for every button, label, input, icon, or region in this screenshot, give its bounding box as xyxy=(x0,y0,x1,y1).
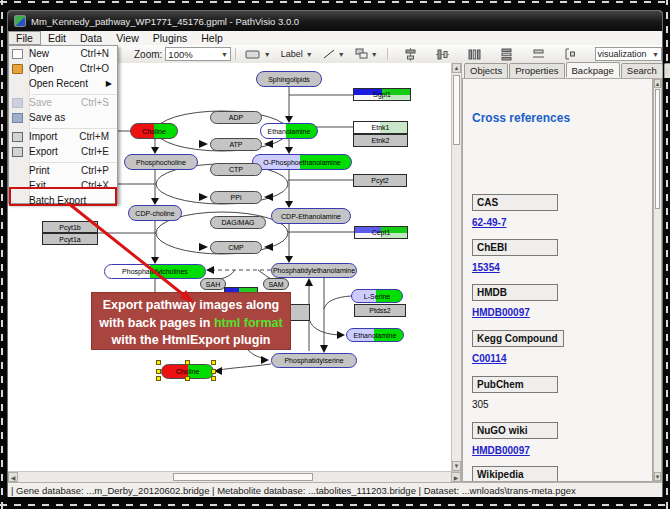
section-header-pubchem: PubChem xyxy=(472,376,558,393)
line-tool-button[interactable]: ▼ xyxy=(319,46,349,62)
node-atp[interactable]: ATP xyxy=(210,138,262,151)
tab-legend[interactable]: Legend xyxy=(664,63,670,78)
node-phosphatidylethanolamine[interactable]: Phosphatidylethanolamine xyxy=(271,263,357,278)
node-choline-top[interactable]: Choline xyxy=(130,123,178,139)
selection-handle[interactable] xyxy=(211,360,216,365)
canvas-hscrollbar[interactable]: ◀ ▶ xyxy=(8,471,461,482)
panel-scrollbar[interactable]: ▲ ▼ xyxy=(653,78,662,482)
selection-handle[interactable] xyxy=(185,360,190,365)
align-center-x-icon xyxy=(404,48,417,61)
zoom-combobox[interactable]: 100%▼ xyxy=(165,47,231,61)
frame-dashes-bottom xyxy=(0,504,670,506)
distribute-horizontal-button[interactable] xyxy=(464,46,485,63)
chevron-down-icon: ▼ xyxy=(264,51,271,58)
menu-edit[interactable]: Edit xyxy=(41,31,73,45)
value-pubchem: 305 xyxy=(472,399,489,410)
selection-handle[interactable] xyxy=(156,376,161,381)
menuitem-open-recent[interactable]: Open Recent ▶ xyxy=(9,76,117,91)
menuitem-save[interactable]: Save Ctrl+S xyxy=(9,95,117,110)
node-ethanolamine-top[interactable]: Ethanolamine xyxy=(260,123,318,139)
node-dag-mag[interactable]: DAG/MAG xyxy=(210,216,266,229)
scroll-up-icon[interactable]: ▲ xyxy=(452,63,461,73)
gene-pcyt1b[interactable]: Pcyt1b xyxy=(42,221,98,233)
node-ethanolamine-bottom[interactable]: Ethanolamine xyxy=(346,328,404,342)
menu-help[interactable]: Help xyxy=(194,31,230,45)
node-phosphocholine[interactable]: Phosphocholine xyxy=(124,154,198,170)
group-button[interactable] xyxy=(560,46,580,62)
tab-backpage[interactable]: Backpage xyxy=(566,62,620,77)
node-sam[interactable]: SAM xyxy=(263,278,289,290)
node-ctp[interactable]: CTP xyxy=(210,163,262,176)
scroll-thumb[interactable] xyxy=(173,473,313,481)
align-center-x-button[interactable] xyxy=(400,46,421,63)
menu-data[interactable]: Data xyxy=(73,31,109,45)
scroll-right-icon[interactable]: ▶ xyxy=(451,472,461,482)
gene-cept1[interactable]: Cept1 xyxy=(354,226,408,239)
stack-button[interactable] xyxy=(528,46,549,62)
tab-objects[interactable]: Objects xyxy=(464,63,508,78)
title-bar[interactable]: Mm_Kennedy_pathway_WP1771_45176.gpml - P… xyxy=(8,11,662,31)
gene-ptdss2[interactable]: Ptdss2 xyxy=(354,304,406,317)
gene-etnk2[interactable]: Etnk2 xyxy=(353,134,408,147)
distribute-vertical-button[interactable] xyxy=(496,46,517,63)
shape-tool-button[interactable]: ▼ xyxy=(351,46,382,62)
node-adp[interactable]: ADP xyxy=(210,111,262,124)
link-cas[interactable]: 62-49-7 xyxy=(472,217,506,228)
status-text: | Gene database: ...m_Derby_20120602.bri… xyxy=(11,485,576,496)
selection-handle[interactable] xyxy=(156,360,161,365)
gene-tool-button[interactable]: ▼ xyxy=(241,47,275,62)
align-center-y-button[interactable] xyxy=(432,46,453,63)
node-phosphatidylcholines[interactable]: Phosphatidylcholines xyxy=(104,264,206,279)
node-cdp-ethanolamine[interactable]: CDP-Ethanolamine xyxy=(271,208,351,224)
section-header-chebi: ChEBI xyxy=(472,239,558,256)
toolbar-separator xyxy=(235,48,236,60)
selection-handle[interactable] xyxy=(156,369,161,374)
node-cmp[interactable]: CMP xyxy=(210,241,262,254)
node-sah[interactable]: SAH xyxy=(200,278,226,290)
tab-search[interactable]: Search xyxy=(621,63,663,78)
gene-sgpl1[interactable]: Sgpl1 xyxy=(353,88,411,101)
scroll-up-icon[interactable]: ▲ xyxy=(654,79,661,88)
node-phosphatidylserine[interactable]: Phosphatidylserine xyxy=(271,353,357,368)
link-chebi[interactable]: 15354 xyxy=(472,262,500,273)
canvas-vscrollbar[interactable]: ▲ ▼ xyxy=(451,63,461,471)
node-cdp-choline[interactable]: CDP-choline xyxy=(128,205,182,221)
selection-handle[interactable] xyxy=(185,376,190,381)
menuitem-open[interactable]: Open Ctrl+O xyxy=(9,61,117,76)
menuitem-import[interactable]: Import Ctrl+M xyxy=(9,129,117,144)
menu-plugins[interactable]: Plugins xyxy=(146,31,194,45)
submenu-arrow-icon: ▶ xyxy=(106,79,112,88)
selection-handle[interactable] xyxy=(211,376,216,381)
menu-view[interactable]: View xyxy=(109,31,146,45)
node-l-serine[interactable]: L-Serine xyxy=(351,289,403,303)
gene-pcyt2[interactable]: Pcyt2 xyxy=(353,174,407,187)
scroll-thumb[interactable] xyxy=(655,89,660,209)
link-nugo[interactable]: HMDB00097 xyxy=(472,445,530,456)
menuitem-print[interactable]: Print Ctrl+P xyxy=(9,163,117,178)
gene-etnk1[interactable]: Etnk1 xyxy=(353,121,408,134)
gene-pcyt1a[interactable]: Pcyt1a xyxy=(42,233,98,245)
menuitem-save-as[interactable]: Save as xyxy=(9,110,117,125)
menu-icon-placeholder xyxy=(12,166,23,176)
highlighted-text: html format xyxy=(214,316,283,330)
link-kegg[interactable]: C00114 xyxy=(472,353,506,364)
menuitem-new[interactable]: New Ctrl+N xyxy=(9,46,117,61)
selection-handle[interactable] xyxy=(211,369,216,374)
save-icon xyxy=(12,98,23,108)
node-o-phosphoethanolamine[interactable]: O-Phosphoethanolamine xyxy=(252,154,352,170)
tab-properties[interactable]: Properties xyxy=(509,63,564,78)
menuitem-export[interactable]: Export Ctrl+E xyxy=(9,144,117,159)
annotation-callout: Export pathway images along with back pa… xyxy=(91,292,291,350)
node-sphingolipids[interactable]: Sphingolipids xyxy=(256,71,322,87)
visualization-combobox[interactable]: visualization▼ xyxy=(595,47,662,61)
menu-file[interactable]: File xyxy=(8,31,41,45)
label-tool-button[interactable]: Label ▼ xyxy=(277,47,317,61)
import-icon xyxy=(12,132,23,142)
link-hmdb[interactable]: HMDB00097 xyxy=(472,307,530,318)
node-ppi[interactable]: PPi xyxy=(210,191,262,204)
scroll-thumb[interactable] xyxy=(453,75,460,145)
line-icon xyxy=(323,48,335,60)
scroll-left-icon[interactable]: ◀ xyxy=(8,472,18,482)
scroll-down-icon[interactable]: ▼ xyxy=(452,461,461,471)
scroll-down-icon[interactable]: ▼ xyxy=(654,472,661,481)
